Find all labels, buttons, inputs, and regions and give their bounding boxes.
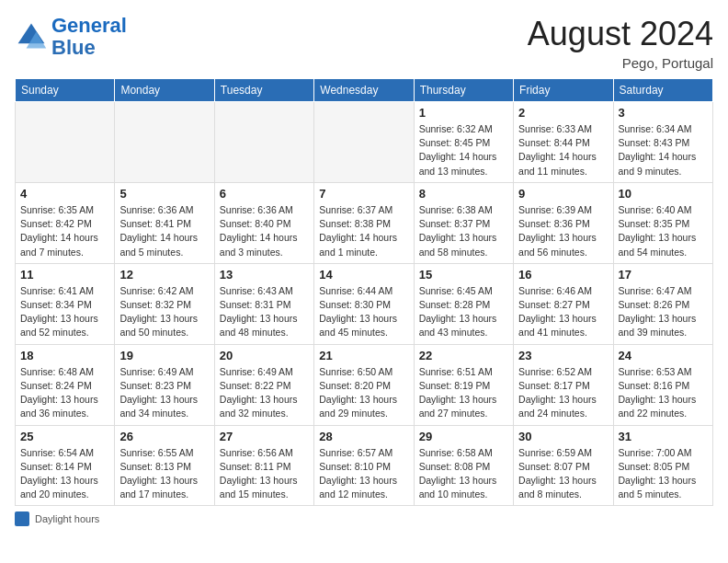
day-number: 25: [20, 430, 109, 443]
title-block: August 2024 Pego, Portugal: [528, 15, 713, 71]
day-info: Sunrise: 6:53 AMSunset: 8:16 PMDaylight:…: [619, 365, 708, 421]
calendar-day-header: Monday: [115, 79, 214, 102]
calendar-table: SundayMondayTuesdayWednesdayThursdayFrid…: [15, 78, 713, 506]
day-info: Sunrise: 6:45 AMSunset: 8:28 PMDaylight:…: [419, 284, 508, 340]
day-number: 19: [119, 349, 209, 362]
logo-line1: General: [51, 14, 127, 37]
day-number: 26: [119, 430, 209, 443]
calendar-day-cell: 11Sunrise: 6:41 AMSunset: 8:34 PMDayligh…: [16, 263, 115, 344]
footer: Daylight hours: [15, 511, 713, 526]
day-info: Sunrise: 6:51 AMSunset: 8:19 PMDaylight:…: [419, 365, 508, 421]
page-header: General Blue August 2024 Pego, Portugal: [15, 15, 713, 71]
day-number: 27: [220, 430, 309, 443]
calendar-day-cell: 5Sunrise: 6:36 AMSunset: 8:41 PMDaylight…: [115, 182, 214, 263]
day-number: 13: [220, 268, 309, 282]
calendar-day-cell: 14Sunrise: 6:44 AMSunset: 8:30 PMDayligh…: [314, 263, 414, 344]
calendar-day-cell: 2Sunrise: 6:33 AMSunset: 8:44 PMDaylight…: [514, 102, 613, 183]
location: Pego, Portugal: [528, 55, 713, 71]
calendar-day-cell: 7Sunrise: 6:37 AMSunset: 8:38 PMDaylight…: [314, 182, 414, 263]
calendar-header-row: SundayMondayTuesdayWednesdayThursdayFrid…: [16, 79, 713, 102]
calendar-day-cell: 1Sunrise: 6:32 AMSunset: 8:45 PMDaylight…: [414, 102, 513, 183]
day-number: 8: [419, 187, 508, 201]
calendar-day-cell: 28Sunrise: 6:57 AMSunset: 8:10 PMDayligh…: [314, 425, 414, 506]
calendar-day-cell: 4Sunrise: 6:35 AMSunset: 8:42 PMDaylight…: [16, 182, 115, 263]
day-number: 1: [419, 106, 508, 120]
calendar-day-cell: 13Sunrise: 6:43 AMSunset: 8:31 PMDayligh…: [214, 263, 313, 344]
day-info: Sunrise: 6:49 AMSunset: 8:22 PMDaylight:…: [220, 365, 309, 421]
day-number: 31: [619, 430, 708, 443]
calendar-day-header: Sunday: [16, 79, 115, 102]
day-number: 24: [619, 349, 708, 362]
calendar-day-cell: 25Sunrise: 6:54 AMSunset: 8:14 PMDayligh…: [16, 425, 115, 506]
calendar-day-cell: [214, 102, 313, 183]
day-number: 30: [518, 430, 608, 443]
logo-line2: Blue: [51, 36, 96, 59]
day-number: 20: [220, 349, 309, 362]
calendar-day-cell: 26Sunrise: 6:55 AMSunset: 8:13 PMDayligh…: [115, 425, 214, 506]
day-info: Sunrise: 6:33 AMSunset: 8:44 PMDaylight:…: [518, 122, 608, 178]
day-info: Sunrise: 6:36 AMSunset: 8:41 PMDaylight:…: [119, 203, 209, 259]
logo-text: General Blue: [51, 15, 127, 59]
calendar-day-cell: [16, 102, 115, 183]
day-info: Sunrise: 6:59 AMSunset: 8:07 PMDaylight:…: [518, 446, 608, 502]
day-number: 15: [419, 268, 508, 282]
day-info: Sunrise: 6:36 AMSunset: 8:40 PMDaylight:…: [220, 203, 309, 259]
calendar-week-row: 18Sunrise: 6:48 AMSunset: 8:24 PMDayligh…: [16, 344, 713, 425]
day-info: Sunrise: 6:38 AMSunset: 8:37 PMDaylight:…: [419, 203, 508, 259]
day-info: Sunrise: 6:41 AMSunset: 8:34 PMDaylight:…: [20, 284, 109, 340]
day-info: Sunrise: 7:00 AMSunset: 8:05 PMDaylight:…: [619, 446, 708, 502]
day-info: Sunrise: 6:43 AMSunset: 8:31 PMDaylight:…: [220, 284, 309, 340]
calendar-day-cell: 29Sunrise: 6:58 AMSunset: 8:08 PMDayligh…: [414, 425, 513, 506]
day-info: Sunrise: 6:39 AMSunset: 8:36 PMDaylight:…: [518, 203, 608, 259]
day-info: Sunrise: 6:54 AMSunset: 8:14 PMDaylight:…: [20, 446, 109, 502]
day-info: Sunrise: 6:40 AMSunset: 8:35 PMDaylight:…: [619, 203, 708, 259]
day-number: 2: [518, 106, 608, 120]
calendar-day-cell: 6Sunrise: 6:36 AMSunset: 8:40 PMDaylight…: [214, 182, 313, 263]
day-number: 10: [619, 187, 708, 201]
calendar-day-cell: 17Sunrise: 6:47 AMSunset: 8:26 PMDayligh…: [613, 263, 712, 344]
day-number: 21: [319, 349, 408, 362]
day-info: Sunrise: 6:56 AMSunset: 8:11 PMDaylight:…: [220, 446, 309, 502]
calendar-day-cell: [314, 102, 414, 183]
daylight-label: Daylight hours: [35, 513, 99, 524]
day-number: 12: [119, 268, 209, 282]
calendar-week-row: 11Sunrise: 6:41 AMSunset: 8:34 PMDayligh…: [16, 263, 713, 344]
calendar-day-cell: 3Sunrise: 6:34 AMSunset: 8:43 PMDaylight…: [613, 102, 712, 183]
calendar-day-cell: [115, 102, 214, 183]
day-number: 4: [20, 187, 109, 201]
day-info: Sunrise: 6:49 AMSunset: 8:23 PMDaylight:…: [119, 365, 209, 421]
calendar-week-row: 25Sunrise: 6:54 AMSunset: 8:14 PMDayligh…: [16, 425, 713, 506]
day-number: 6: [220, 187, 309, 201]
calendar-day-header: Thursday: [414, 79, 513, 102]
day-number: 17: [619, 268, 708, 282]
calendar-day-cell: 8Sunrise: 6:38 AMSunset: 8:37 PMDaylight…: [414, 182, 513, 263]
day-number: 9: [518, 187, 608, 201]
day-number: 22: [419, 349, 508, 362]
day-number: 28: [319, 430, 408, 443]
day-number: 18: [20, 349, 109, 362]
day-number: 7: [319, 187, 408, 201]
day-info: Sunrise: 6:42 AMSunset: 8:32 PMDaylight:…: [119, 284, 209, 340]
daylight-color-box: [15, 511, 29, 526]
day-info: Sunrise: 6:55 AMSunset: 8:13 PMDaylight:…: [119, 446, 209, 502]
calendar-day-cell: 20Sunrise: 6:49 AMSunset: 8:22 PMDayligh…: [214, 344, 313, 425]
day-info: Sunrise: 6:34 AMSunset: 8:43 PMDaylight:…: [619, 122, 708, 178]
calendar-day-cell: 12Sunrise: 6:42 AMSunset: 8:32 PMDayligh…: [115, 263, 214, 344]
calendar-day-cell: 16Sunrise: 6:46 AMSunset: 8:27 PMDayligh…: [514, 263, 613, 344]
calendar-week-row: 1Sunrise: 6:32 AMSunset: 8:45 PMDaylight…: [16, 102, 713, 183]
day-number: 16: [518, 268, 608, 282]
calendar-day-header: Tuesday: [214, 79, 313, 102]
calendar-day-header: Wednesday: [314, 79, 414, 102]
calendar-day-cell: 10Sunrise: 6:40 AMSunset: 8:35 PMDayligh…: [613, 182, 712, 263]
calendar-day-cell: 21Sunrise: 6:50 AMSunset: 8:20 PMDayligh…: [314, 344, 414, 425]
calendar-day-cell: 27Sunrise: 6:56 AMSunset: 8:11 PMDayligh…: [214, 425, 313, 506]
day-info: Sunrise: 6:58 AMSunset: 8:08 PMDaylight:…: [419, 446, 508, 502]
day-number: 3: [619, 106, 708, 120]
day-info: Sunrise: 6:50 AMSunset: 8:20 PMDaylight:…: [319, 365, 408, 421]
day-info: Sunrise: 6:46 AMSunset: 8:27 PMDaylight:…: [518, 284, 608, 340]
day-info: Sunrise: 6:35 AMSunset: 8:42 PMDaylight:…: [20, 203, 109, 259]
day-info: Sunrise: 6:47 AMSunset: 8:26 PMDaylight:…: [619, 284, 708, 340]
day-info: Sunrise: 6:37 AMSunset: 8:38 PMDaylight:…: [319, 203, 408, 259]
day-info: Sunrise: 6:48 AMSunset: 8:24 PMDaylight:…: [20, 365, 109, 421]
calendar-day-cell: 24Sunrise: 6:53 AMSunset: 8:16 PMDayligh…: [613, 344, 712, 425]
